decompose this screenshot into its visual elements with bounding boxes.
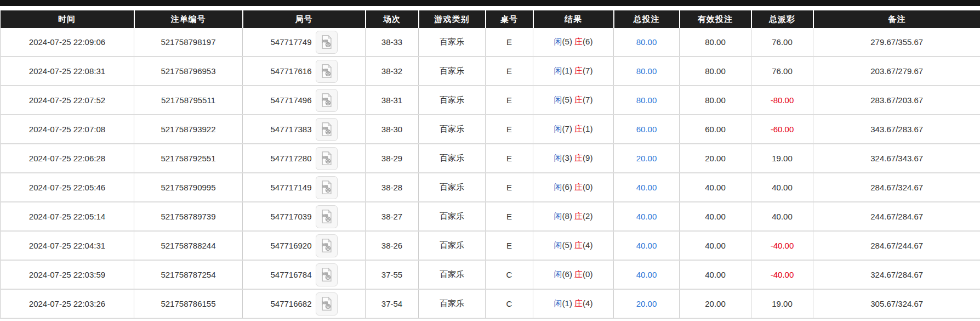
- cell-round: 547716784: [243, 260, 366, 289]
- cell-time: 2024-07-25 22:09:06: [1, 28, 134, 57]
- video-replay-button[interactable]: [316, 31, 338, 54]
- cell-total-bet[interactable]: 40.00: [614, 173, 680, 202]
- cell-table-number: E: [486, 86, 533, 115]
- round-content: 547717496: [243, 89, 365, 112]
- round-number: 547716682: [270, 299, 311, 308]
- video-replay-button[interactable]: [316, 292, 338, 316]
- round-number: 547717496: [270, 95, 311, 105]
- round-content: 547717280: [243, 147, 365, 170]
- cell-total-bet[interactable]: 80.00: [614, 57, 680, 86]
- player-result-points: (7): [562, 124, 572, 133]
- cell-time: 2024-07-25 22:05:14: [1, 202, 134, 231]
- video-camera-icon: [319, 267, 334, 283]
- banker-result-label: 庄: [574, 299, 583, 308]
- cell-round: 547717039: [243, 202, 366, 231]
- cell-total-bet[interactable]: 40.00: [614, 202, 680, 231]
- banker-result-label: 庄: [574, 66, 583, 75]
- table-row: 2024-07-25 22:03:59521758787254547716784…: [1, 260, 980, 289]
- video-replay-button[interactable]: [316, 234, 338, 257]
- cell-result: 闲(1) 庄(7): [533, 57, 614, 86]
- video-camera-icon: [319, 296, 334, 312]
- cell-total-bet[interactable]: 20.00: [614, 289, 680, 318]
- header-round: 局号: [243, 10, 366, 28]
- player-result-label: 闲: [554, 211, 562, 221]
- cell-valid-bet: 40.00: [680, 202, 751, 231]
- banker-result-label: 庄: [574, 37, 583, 46]
- video-replay-button[interactable]: [316, 89, 338, 112]
- video-camera-icon: [319, 63, 334, 79]
- cell-total-bet[interactable]: 40.00: [614, 231, 680, 260]
- cell-remark: 343.67/283.67: [813, 115, 980, 144]
- table-row: 2024-07-25 22:07:52521758795511547717496…: [1, 86, 980, 115]
- cell-remark: 305.67/324.67: [813, 289, 980, 318]
- cell-bet-id: 521758795511: [134, 86, 243, 115]
- cell-game-type: 百家乐: [419, 231, 486, 260]
- cell-time: 2024-07-25 22:08:31: [1, 57, 134, 86]
- header-valid_bet: 有效投注: [680, 10, 751, 28]
- cell-valid-bet: 20.00: [680, 144, 751, 173]
- banker-result-label: 庄: [574, 240, 583, 250]
- cell-total-bet[interactable]: 80.00: [614, 28, 680, 57]
- round-number: 547717280: [270, 154, 311, 163]
- player-result-label: 闲: [554, 299, 562, 308]
- header-row: 时间注单编号局号场次游戏类别桌号结果总投注有效投注总派彩备注: [1, 10, 980, 28]
- header-payout: 总派彩: [751, 10, 813, 28]
- cell-total-bet[interactable]: 60.00: [614, 115, 680, 144]
- cell-remark: 324.67/284.67: [813, 260, 980, 289]
- cell-payout: 40.00: [751, 202, 813, 231]
- banker-result-points: (2): [583, 211, 592, 221]
- banker-result-points: (4): [583, 299, 592, 308]
- banker-result-label: 庄: [574, 95, 583, 104]
- top-toolbar-strip: [0, 0, 980, 6]
- video-replay-button[interactable]: [316, 147, 338, 170]
- header-time: 时间: [1, 10, 134, 28]
- cell-bet-id: 521758789739: [134, 202, 243, 231]
- cell-session: 37-55: [366, 260, 419, 289]
- cell-payout: -40.00: [751, 231, 813, 260]
- cell-total-bet[interactable]: 20.00: [614, 144, 680, 173]
- round-number: 547717616: [270, 66, 311, 76]
- banker-result-label: 庄: [574, 211, 583, 221]
- cell-valid-bet: 40.00: [680, 173, 751, 202]
- table-row: 2024-07-25 22:05:14521758789739547717039…: [1, 202, 980, 231]
- player-result-points: (5): [562, 240, 572, 250]
- cell-valid-bet: 40.00: [680, 260, 751, 289]
- cell-bet-id: 521758796953: [134, 57, 243, 86]
- cell-total-bet[interactable]: 40.00: [614, 260, 680, 289]
- banker-result-points: (7): [583, 95, 592, 104]
- cell-time: 2024-07-25 22:03:59: [1, 260, 134, 289]
- player-result-label: 闲: [554, 37, 562, 46]
- table-row: 2024-07-25 22:04:31521758788244547716920…: [1, 231, 980, 260]
- banker-result-points: (0): [583, 269, 592, 279]
- banker-result-points: (1): [583, 124, 592, 133]
- player-result-points: (1): [562, 66, 572, 75]
- cell-remark: 244.67/284.67: [813, 202, 980, 231]
- banker-result-label: 庄: [574, 153, 583, 162]
- cell-payout: 76.00: [751, 28, 813, 57]
- cell-payout: 76.00: [751, 57, 813, 86]
- cell-total-bet[interactable]: 80.00: [614, 86, 680, 115]
- video-camera-icon: [319, 238, 334, 254]
- cell-round: 547717383: [243, 115, 366, 144]
- video-replay-button[interactable]: [316, 118, 338, 141]
- player-result-label: 闲: [554, 95, 562, 104]
- round-number: 547717749: [270, 37, 311, 47]
- cell-valid-bet: 80.00: [680, 28, 751, 57]
- cell-time: 2024-07-25 22:03:26: [1, 289, 134, 318]
- cell-valid-bet: 20.00: [680, 289, 751, 318]
- video-camera-icon: [319, 121, 334, 137]
- video-replay-button[interactable]: [316, 263, 338, 286]
- banker-result-label: 庄: [574, 124, 583, 133]
- cell-bet-id: 521758788244: [134, 231, 243, 260]
- round-content: 547717749: [243, 31, 365, 54]
- cell-session: 38-27: [366, 202, 419, 231]
- cell-game-type: 百家乐: [419, 86, 486, 115]
- cell-round: 547717749: [243, 28, 366, 57]
- video-replay-button[interactable]: [316, 205, 338, 228]
- header-remark: 备注: [813, 10, 980, 28]
- video-camera-icon: [319, 179, 334, 195]
- video-replay-button[interactable]: [316, 60, 338, 83]
- header-table_no: 桌号: [486, 10, 533, 28]
- cell-session: 38-33: [366, 28, 419, 57]
- video-replay-button[interactable]: [316, 176, 338, 199]
